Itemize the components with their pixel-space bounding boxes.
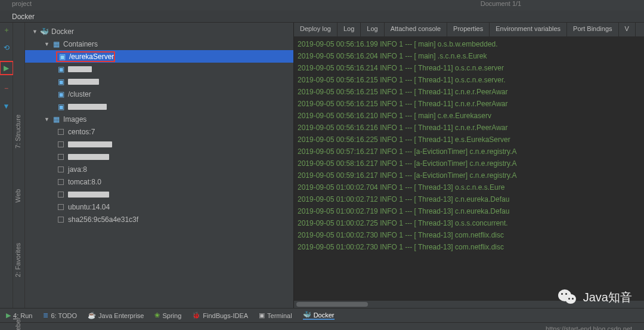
vtab-jrebel[interactable]: JRebel (13, 316, 24, 330)
tree-container-item[interactable]: ▣/cluster (25, 88, 293, 100)
redacted-text (68, 154, 109, 160)
tree-root-docker[interactable]: ▼ 🐳 Docker (25, 25, 293, 38)
docker-tree-panel: ▼ 🐳 Docker ▼ ▦ Containers ▣ /eurekaServe… (25, 23, 293, 308)
minus-icon[interactable]: − (2, 84, 11, 93)
project-label: project (12, 0, 131, 11)
log-line: 2019-09-05 00:59:16.217 INFO 1 --- [a-Ev… (298, 169, 640, 181)
tree-image-item[interactable]: sha256:9c56a4e31c3f (25, 213, 293, 226)
redacted-text (68, 66, 92, 72)
sync-icon[interactable]: ⟲ (2, 43, 11, 53)
log-line: 2019-09-05 00:56:16.199 INFO 1 --- [ mai… (298, 38, 640, 50)
log-line: 2019-09-05 00:56:16.214 INFO 1 --- [ Thr… (298, 62, 640, 74)
log-line: 2019-09-05 00:56:16.215 INFO 1 --- [ Thr… (298, 86, 640, 98)
tree-image-item[interactable] (25, 188, 293, 201)
tree-label: sha256:9c56a4e31c3f (68, 215, 138, 224)
log-line: 2019-09-05 01:00:02.725 INFO 1 --- [ Thr… (298, 217, 640, 229)
image-icon (56, 215, 66, 224)
log-line: 2019-09-05 00:56:16.204 INFO 1 --- [ mai… (298, 50, 640, 62)
log-line: 2019-09-05 01:00:02.730 INFO 1 --- [ Thr… (298, 229, 640, 241)
scrollbar-thumb[interactable] (296, 302, 368, 307)
run-highlight-box: ▶ (0, 61, 14, 75)
tree-container-item[interactable]: ▣ (25, 100, 293, 113)
image-icon (56, 128, 66, 136)
containers-icon: ▦ (51, 40, 61, 48)
add-icon[interactable]: ＋ (2, 25, 11, 35)
tree-label: tomcat:8.0 (68, 178, 101, 186)
chevron-down-icon: ▼ (44, 116, 51, 122)
tree-label: /cluster (68, 90, 91, 98)
bottom-docker[interactable]: 🐳Docker (303, 311, 335, 320)
tree-containers[interactable]: ▼ ▦ Containers (25, 38, 293, 50)
tree-label: java:8 (68, 165, 87, 174)
container-icon: ▣ (57, 53, 67, 61)
tree-image-item[interactable] (25, 138, 293, 150)
log-line: 2019-09-05 00:56:16.215 INFO 1 --- [ Thr… (298, 98, 640, 110)
redacted-text (68, 79, 99, 85)
log-line: 2019-09-05 01:00:02.704 INFO 1 --- [ Thr… (298, 181, 640, 193)
panel-title: Docker (0, 11, 644, 23)
tool-gutter: ＋ ⟲ ▶ − ▼ (0, 23, 13, 308)
container-icon: ▣ (56, 103, 66, 111)
log-line: 2019-09-05 00:56:16.215 INFO 1 --- [ Thr… (298, 74, 640, 86)
tree-container-selected[interactable]: ▣ /eurekaServer (25, 50, 293, 63)
chevron-down-icon: ▼ (44, 41, 51, 47)
log-tab[interactable]: Attached console (385, 23, 447, 36)
image-icon (56, 190, 66, 199)
redacted-text (68, 104, 107, 110)
bottom-java-enterprise[interactable]: ☕Java Enterprise (88, 312, 144, 319)
bottom-todo[interactable]: ≣6: TODO (43, 312, 77, 319)
tree-container-item[interactable]: ▣ (25, 63, 293, 75)
log-body[interactable]: 2019-09-05 00:56:16.199 INFO 1 --- [ mai… (294, 37, 644, 301)
log-line: 2019-09-05 00:56:16.210 INFO 1 --- [ mai… (298, 110, 640, 122)
vertical-tabs: 7: Structure Web 2: Favorites JRebel (13, 23, 25, 308)
bottom-terminal[interactable]: ▣Terminal (259, 312, 292, 319)
run-icon[interactable]: ▶ (2, 63, 11, 73)
tree-image-item[interactable] (25, 150, 293, 163)
bottom-findbugs[interactable]: 🐞FindBugs-IDEA (192, 312, 248, 319)
log-line: 2019-09-05 00:56:16.225 INFO 1 --- [ Thr… (298, 134, 640, 146)
images-icon: ▦ (51, 115, 61, 124)
tree-container-item[interactable]: ▣ (25, 75, 293, 88)
log-tab[interactable]: Properties (447, 23, 490, 36)
tree-image-item[interactable]: ubuntu:14.04 (25, 201, 293, 213)
bottom-toolbar: ▶4: Run ≣6: TODO ☕Java Enterprise ❀Sprin… (0, 308, 644, 322)
status-url: https://start-end.blog.csdn.net (546, 325, 632, 331)
container-icon: ▣ (56, 90, 66, 98)
bottom-spring[interactable]: ❀Spring (154, 312, 181, 319)
tree-image-item[interactable]: centos:7 (25, 125, 293, 138)
log-tab[interactable]: Deploy log (294, 23, 338, 36)
log-tab[interactable]: Log (338, 23, 361, 36)
image-icon (56, 140, 66, 149)
docker-icon: 🐳 (39, 27, 49, 36)
log-line: 2019-09-05 00:56:16.216 INFO 1 --- [ Thr… (298, 122, 640, 134)
status-bar: https://start-end.blog.csdn.net (0, 322, 644, 330)
vtab-structure[interactable]: 7: Structure (13, 112, 24, 151)
image-icon (56, 203, 66, 211)
redacted-text (68, 141, 112, 147)
container-icon: ▣ (56, 65, 66, 73)
tree-label: Docker (51, 27, 74, 36)
tree-image-item[interactable]: java:8 (25, 163, 293, 175)
log-tab[interactable]: Port Bindings (567, 23, 618, 36)
redacted-text (68, 192, 109, 198)
tree-label: /eurekaServer (69, 53, 114, 61)
tree-label: ubuntu:14.04 (68, 203, 110, 211)
tree-images[interactable]: ▼ ▦ Images (25, 113, 293, 125)
image-icon (56, 153, 66, 161)
vtab-favorites[interactable]: 2: Favorites (13, 240, 24, 279)
image-icon (56, 178, 66, 186)
log-tab[interactable]: V (619, 23, 636, 36)
log-line: 2019-09-05 00:57:16.217 INFO 1 --- [a-Ev… (298, 146, 640, 158)
log-tab[interactable]: Log (361, 23, 384, 36)
log-tabs: Deploy logLogLogAttached consoleProperti… (294, 23, 644, 37)
horizontal-scrollbar[interactable] (294, 301, 644, 308)
container-icon: ▣ (56, 78, 66, 86)
log-line: 2019-09-05 00:58:16.217 INFO 1 --- [a-Ev… (298, 158, 640, 169)
log-line: 2019-09-05 01:00:02.719 INFO 1 --- [ Thr… (298, 205, 640, 217)
filter-icon[interactable]: ▼ (2, 101, 11, 111)
document-counter: Document 1/1 (131, 0, 632, 11)
log-tab[interactable]: Environment variables (490, 23, 567, 36)
tree-label: Containers (63, 40, 98, 48)
vtab-web[interactable]: Web (13, 187, 24, 205)
tree-image-item[interactable]: tomcat:8.0 (25, 175, 293, 188)
